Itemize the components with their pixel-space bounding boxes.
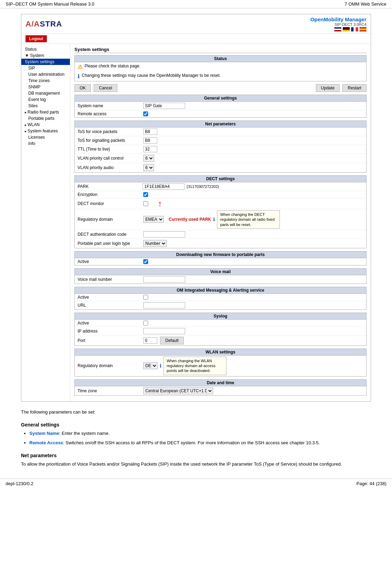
vlan-audio-label: VLAN priority audio [78,165,140,170]
regulatory-domain-control: EMEA Currently used PARK ℹ When changing… [143,210,280,229]
omm-app-version: SIP-DECT 3.0RC4 [310,22,366,27]
dect-info-icon: ℹ [213,217,215,222]
sidebar-item-info[interactable]: Info [21,140,70,147]
timezone-select[interactable]: Central European (CET UTC+1 DST) [143,387,213,394]
syslog-port-input[interactable] [143,337,157,344]
tos-voice-input[interactable] [143,129,157,135]
sidebar-item-sites[interactable]: Sites [21,103,70,109]
dect-auth-input[interactable] [143,231,185,238]
pp-login-row: Portable part user login type Number [75,239,366,248]
voicemail-section: Voice mail Voice mail number [74,268,366,284]
sidebar-item-licenses[interactable]: Licenses [21,134,70,140]
wlan-regulatory-label: Regulatory domain [78,363,140,368]
sidebar-item-system[interactable]: ▼ System [21,52,70,59]
voicemail-number-row: Voice mail number [75,275,366,284]
vlan-call-label: VLAN priority call control [78,156,140,161]
general-settings-heading: General settings [21,421,371,429]
syslog-active-row: Active [75,320,366,327]
dect-info-balloon: When changing the DECT regulatory domain… [217,210,280,229]
ima-url-input[interactable] [143,302,185,308]
logout-button[interactable]: Logout [26,35,47,42]
sidebar-item-snmp[interactable]: SNMP [21,84,70,90]
general-bullets: System Name: Enter the system name. Remo… [29,430,371,447]
page-footer: depl-1230/0.2 Page: 44 (238) [0,479,392,488]
ima-active-checkbox[interactable] [143,295,148,300]
vlan-call-select[interactable]: 6 [143,155,154,162]
omm-main-content: System settings Status ⚠ Please check th… [70,44,371,401]
vlan-audio-select[interactable]: 6 [143,164,154,171]
pp-login-select[interactable]: Number [143,240,167,247]
dect-settings-header: DECT settings [75,176,366,182]
omm-title-block: OpenMobility Manager SIP-DECT 3.0RC4 [310,16,366,31]
ima-header: OM Integrated Messaging & Alerting servi… [75,287,366,294]
sidebar-item-event-log[interactable]: Event log [21,96,70,103]
system-name-bullet-text: : Enter the system name. [59,431,110,436]
cancel-button[interactable]: Cancel [94,84,117,92]
sidebar-item-db-mgmt[interactable]: DB management [21,90,70,96]
syslog-header: Syslog [75,313,366,320]
park-extra: (31170307272202) [187,184,219,189]
wlan-info-text: When changing the WLAN regulatory domain… [167,359,215,373]
sidebar-item-system-settings[interactable]: System settings [21,59,70,65]
wlan-regulatory-select[interactable]: DE [143,362,158,369]
firmware-active-row: Active [75,258,366,265]
omm-sidebar: Status ▼ System System settings SIP User… [21,44,70,401]
general-settings-section: General settings System name Remote acce… [74,95,366,118]
syslog-default-button[interactable]: Default [160,337,184,344]
firmware-active-label: Active [78,259,140,264]
park-input[interactable] [143,183,184,190]
screenshot-container: A/ASTRA OpenMobility Manager SIP-DECT 3.… [21,14,371,402]
omm-app-title: OpenMobility Manager [310,16,366,22]
general-settings-header: General settings [75,95,366,102]
voicemail-number-label: Voice mail number [78,277,140,282]
flag-icons [310,27,366,31]
syslog-ip-row: IP address [75,327,366,336]
system-name-label: System name [78,103,140,108]
ima-active-label: Active [78,295,140,300]
ttl-row: TTL (Time to live) [75,145,366,154]
sidebar-item-sip[interactable]: SIP [21,65,70,71]
syslog-section: Syslog Active IP address Port Default [74,313,366,346]
remote-access-checkbox[interactable] [143,111,148,116]
encryption-row: Encryption [75,191,366,198]
omm-topbar: A/ASTRA OpenMobility Manager SIP-DECT 3.… [21,14,371,34]
regulatory-domain-row: Regulatory domain EMEA Currently used PA… [75,209,366,230]
park-label: PARK [78,184,140,189]
ttl-input[interactable] [143,146,157,152]
regulatory-domain-select[interactable]: EMEA [143,216,164,223]
update-button[interactable]: Update [316,84,340,92]
wlan-settings-section: WLAN settings Regulatory domain DE ℹ Whe… [74,349,366,377]
sidebar-item-system-features[interactable]: System features [21,128,70,134]
arrow-up-icon: ↑ [158,199,162,208]
page-title-text: System settings [74,47,109,52]
sidebar-item-portable[interactable]: Portable parts [21,115,70,122]
pp-login-label: Portable part user login type [78,241,140,246]
dect-monitor-checkbox[interactable] [143,201,148,206]
status-section: Status ⚠ Please check the status page. ℹ… [74,55,366,81]
syslog-active-checkbox[interactable] [143,321,148,326]
encryption-checkbox[interactable] [143,192,148,197]
restart-button[interactable]: Restart [342,84,366,92]
tos-voice-label: ToS for voice packets [78,129,140,134]
ttl-label: TTL (Time to live) [78,147,140,152]
ima-section: OM Integrated Messaging & Alerting servi… [74,287,366,310]
warning-icon: ⚠ [78,64,82,70]
firmware-active-checkbox[interactable] [143,259,148,264]
datetime-section: Date and time Time zone Central European… [74,379,366,396]
sidebar-item-timezones[interactable]: Time zones [21,78,70,84]
ok-button[interactable]: OK [74,84,91,92]
system-name-input[interactable] [143,103,185,109]
sidebar-item-status[interactable]: Status [21,46,70,52]
voicemail-number-input[interactable] [143,276,185,283]
syslog-ip-input[interactable] [143,328,185,334]
dect-auth-row: DECT authentication code [75,230,366,239]
sidebar-item-radio-fixed[interactable]: Radio fixed parts [21,109,70,115]
sidebar-item-user-admin[interactable]: User administration [21,71,70,78]
tos-signal-input[interactable] [143,137,157,144]
ima-url-row: URL [75,301,366,309]
net-params-heading: Net parameters [21,452,371,459]
timezone-label: Time zone [78,388,140,393]
syslog-port-row: Port Default [75,336,366,345]
sidebar-item-wlan[interactable]: WLAN [21,122,70,128]
flag-uk [334,27,341,31]
